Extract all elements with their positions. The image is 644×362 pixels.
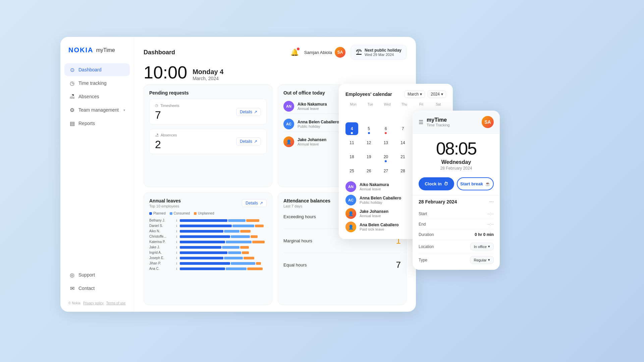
location-select[interactable]: In office ▾ — [470, 243, 494, 250]
annual-leaves-rows: Bethany J. ℹ Daniel S. ℹ — [149, 219, 267, 270]
cal-cell-11[interactable]: 11 — [345, 136, 358, 149]
sidebar-label-absences: Absences — [78, 94, 99, 99]
time-tracking-icon: ◷ — [69, 80, 75, 86]
sidebar-item-contact[interactable]: ✉ Contact — [64, 282, 130, 295]
bar-unplanned-1 — [255, 225, 264, 227]
annual-leaves-details-button[interactable]: Details ↗ — [242, 199, 267, 207]
att-value-equal: 7 — [396, 260, 401, 270]
oof-avatar-ac: AC — [283, 119, 294, 129]
notifications-button[interactable]: 🔔 — [290, 48, 299, 56]
bar-consumed-9 — [226, 267, 247, 270]
cp-date-header: 28 February 2024 ··· — [419, 199, 494, 205]
bar-consumed-0 — [228, 219, 246, 222]
absences-icon2: 🏖 — [155, 133, 159, 137]
sidebar-item-absences[interactable]: 🏖 Absences — [64, 90, 130, 103]
sidebar-item-dashboard[interactable]: ⊙ Dashboard — [64, 63, 130, 76]
al-row-2: Aiko N. ℹ — [149, 229, 267, 233]
chevron-down-icon: ▾ — [123, 108, 125, 112]
contact-icon: ✉ — [69, 285, 75, 291]
cal-cell-5[interactable]: 5 — [363, 122, 375, 135]
terms-link[interactable]: Terms of use — [106, 301, 125, 305]
type-select[interactable]: Regular ▾ — [470, 256, 494, 264]
bar-unplanned-2 — [240, 230, 251, 233]
al-bars-9 — [180, 267, 267, 270]
absences-icon: 🏖 — [69, 94, 75, 100]
calendar-controls: March ▾ 2024 ▾ — [405, 90, 446, 98]
sidebar-item-support[interactable]: ◎ Support — [64, 268, 130, 281]
oof-avatar-an: AN — [283, 101, 294, 112]
nokia-logo-text: NOKIA — [68, 46, 93, 54]
dot-20 — [385, 160, 387, 162]
al-bars-0 — [180, 219, 267, 222]
bar-unplanned-9 — [247, 267, 263, 270]
legend-unplanned-dot — [194, 212, 197, 215]
al-row-3: Christoffe... ℹ — [149, 235, 267, 238]
cal-cell-27[interactable]: 27 — [379, 165, 392, 177]
pending-requests-header: Pending requests — [149, 90, 267, 96]
al-bars-5 — [180, 246, 267, 249]
clock-panel: ☰ myTime Time Tracking SA 08:05 Wednesda… — [413, 111, 500, 270]
pending-section: ◷ Timesheets 7 Details ↗ — [149, 99, 267, 154]
cal-cell-7[interactable]: 7 — [396, 122, 409, 135]
holiday-date: Wed 29 Mar 2024 — [365, 53, 401, 57]
cal-cell-26[interactable]: 26 — [363, 165, 375, 177]
clock-in-icon: ⏱ — [444, 181, 448, 186]
cal-cell-13[interactable]: 13 — [379, 136, 392, 149]
bar-planned-7 — [180, 257, 223, 259]
cal-cell-25[interactable]: 25 — [345, 165, 358, 177]
timesheets-details-button[interactable]: Details ↗ — [236, 108, 261, 116]
day-label-fri: Fri — [414, 103, 429, 106]
sidebar-item-time-tracking[interactable]: ◷ Time tracking — [64, 77, 130, 89]
cp-app-name: myTime — [427, 117, 450, 123]
cp-title-group: myTime Time Tracking — [427, 117, 450, 127]
absences-details-button[interactable]: Details ↗ — [236, 137, 261, 145]
cal-cell-6[interactable]: 6 — [379, 122, 392, 135]
sidebar-item-team-management[interactable]: ⚙ Team management ▾ — [64, 104, 130, 116]
sidebar-label-dashboard: Dashboard — [78, 67, 102, 72]
cp-date-section-label: 28 February 2024 — [419, 199, 457, 204]
sidebar-bottom: ◎ Support ✉ Contact — [60, 268, 134, 297]
bar-planned-5 — [180, 246, 221, 249]
clock-in-button[interactable]: Clock in ⏱ — [419, 177, 454, 190]
bar-planned-0 — [180, 219, 227, 222]
cal-cell-12[interactable]: 12 — [363, 136, 375, 149]
day-label-mon: Mon — [345, 103, 361, 106]
cal-cell-28[interactable]: 28 — [396, 165, 409, 177]
cal-cell-21[interactable]: 21 — [396, 150, 409, 163]
al-bars-7 — [180, 257, 267, 259]
external-link-icon3: ↗ — [260, 201, 263, 205]
calendar-month-select[interactable]: March ▾ — [405, 90, 425, 98]
date-month: March, 2024 — [193, 76, 223, 81]
cal-cell-19[interactable]: 19 — [363, 150, 375, 163]
al-bars-1 — [180, 225, 267, 227]
al-bars-2 — [180, 230, 267, 233]
calendar-year-select[interactable]: 2024 ▾ — [428, 90, 446, 98]
privacy-policy-link[interactable]: Privacy policy — [83, 301, 104, 305]
copyright-text: © Nokia — [68, 301, 80, 305]
cal-cell-14[interactable]: 14 — [396, 136, 409, 149]
cal-cell-empty-4 — [396, 108, 409, 121]
sidebar-item-reports[interactable]: ▤ Reports — [64, 117, 130, 130]
al-bars-8 — [180, 262, 267, 265]
day-label-sat: Sat — [430, 103, 446, 106]
cal-cell-20[interactable]: 20 — [379, 150, 392, 163]
more-options-icon[interactable]: ··· — [489, 199, 494, 205]
start-label: Start — [419, 212, 427, 216]
holiday-icon: ⛱ — [356, 49, 362, 56]
sidebar-label-time-tracking: Time tracking — [78, 80, 107, 86]
holiday-badge: ⛱ Next public holiday Wed 29 Mar 2024 — [351, 45, 407, 60]
timesheets-pending-item: ◷ Timesheets 7 Details ↗ — [149, 99, 267, 125]
dot-4 — [351, 132, 353, 134]
legend-consumed: Consumed — [170, 212, 190, 215]
start-break-button[interactable]: Start break ☕ — [457, 177, 494, 190]
info-icon-4: ℹ — [176, 240, 177, 244]
bar-consumed-4 — [226, 241, 252, 243]
calendar-header: Employees' calendar March ▾ 2024 ▾ — [345, 90, 446, 98]
hamburger-menu-icon[interactable]: ☰ — [419, 119, 423, 125]
start-value: --:-- — [487, 212, 494, 216]
separator-2 — [283, 253, 401, 253]
annual-leaves-legend: Planned Consumed Unplanned — [149, 212, 267, 215]
al-bars-3 — [180, 235, 267, 238]
cal-cell-18[interactable]: 18 — [345, 150, 358, 163]
cal-cell-4[interactable]: 4 — [345, 122, 358, 135]
